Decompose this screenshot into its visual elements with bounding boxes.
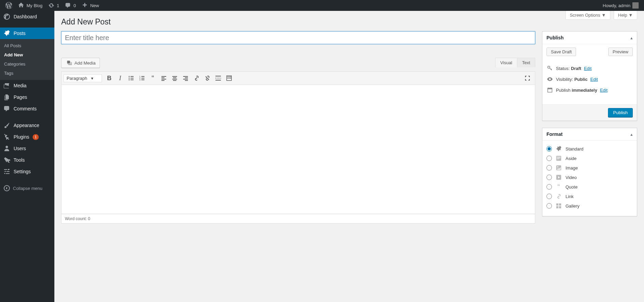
add-media-button[interactable]: Add Media [61, 58, 100, 68]
post-title-input[interactable] [61, 31, 535, 44]
comments-link[interactable]: 0 [62, 0, 79, 11]
svg-rect-21 [183, 76, 188, 77]
chevron-down-icon: ▼ [602, 13, 606, 18]
menu-tools[interactable]: Tools [0, 154, 54, 166]
toggle-format[interactable]: ▴ [630, 132, 633, 137]
menu-posts[interactable]: Posts [0, 28, 54, 39]
toolbar-toggle-button[interactable] [224, 73, 234, 83]
format-video[interactable]: Video [546, 173, 633, 182]
sub-categories[interactable]: Categories [0, 59, 54, 69]
new-link[interactable]: New [79, 0, 102, 11]
format-gallery[interactable]: Gallery [546, 201, 633, 211]
svg-rect-2 [130, 76, 134, 77]
bold-button[interactable]: B [104, 73, 115, 83]
format-aside[interactable]: Aside [546, 154, 633, 163]
svg-point-45 [557, 166, 559, 168]
align-right-button[interactable] [180, 73, 191, 83]
eye-icon [546, 76, 553, 83]
media-icon [3, 82, 10, 89]
wp-logo[interactable] [3, 0, 15, 11]
editor-status-bar: Word count: 0 [61, 214, 535, 224]
menu-plugins[interactable]: Plugins 1 [0, 131, 54, 143]
format-link[interactable]: Link [546, 192, 633, 201]
screen-options-tab[interactable]: Screen Options ▼ [565, 11, 610, 20]
menu-appearance[interactable]: Appearance [0, 120, 54, 131]
italic-button[interactable]: I [115, 73, 126, 83]
svg-point-3 [128, 78, 129, 79]
format-image[interactable]: Image [546, 163, 633, 173]
format-quote[interactable]: “Quote [546, 182, 633, 192]
page-title: Add New Post [61, 14, 637, 28]
read-more-button[interactable] [213, 73, 224, 83]
menu-comments[interactable]: Comments [0, 103, 54, 114]
brush-icon [3, 122, 10, 129]
edit-status-link[interactable]: Edit [584, 66, 591, 71]
menu-settings[interactable]: Settings [0, 166, 54, 177]
svg-rect-27 [215, 80, 221, 81]
edit-schedule-link[interactable]: Edit [600, 88, 607, 93]
link-button[interactable] [191, 73, 202, 83]
svg-rect-34 [230, 78, 231, 78]
pin-icon [3, 30, 10, 37]
menu-media[interactable]: Media [0, 80, 54, 91]
image-icon [555, 164, 562, 171]
format-standard[interactable]: Standard [546, 144, 633, 154]
video-icon [555, 174, 562, 181]
svg-rect-10 [141, 78, 144, 78]
tab-visual[interactable]: Visual [495, 58, 517, 67]
help-tab[interactable]: Help ▼ [614, 11, 637, 20]
editor-content-area[interactable] [61, 85, 535, 214]
home-icon [18, 2, 24, 9]
toggle-publish[interactable]: ▴ [630, 35, 633, 40]
format-header: Format [546, 131, 562, 137]
svg-rect-39 [551, 88, 551, 89]
editor-toolbar: Paragraph ▾ B I 123 “ [61, 71, 535, 85]
svg-rect-33 [229, 78, 230, 78]
new-label: New [90, 3, 99, 8]
main-content: Screen Options ▼ Help ▼ Add New Post Add… [54, 11, 644, 302]
quote-icon: “ [555, 183, 562, 190]
fullscreen-button[interactable] [522, 73, 533, 83]
align-left-button[interactable] [158, 73, 169, 83]
preview-button[interactable]: Preview [608, 48, 633, 56]
svg-rect-8 [141, 76, 144, 77]
blockquote-button[interactable]: “ [147, 73, 158, 83]
updates-count: 1 [57, 3, 59, 8]
numbered-list-button[interactable]: 123 [137, 73, 147, 83]
user-icon [3, 145, 10, 152]
menu-pages[interactable]: Pages [0, 91, 54, 103]
svg-rect-25 [215, 76, 221, 76]
plugins-badge: 1 [33, 134, 39, 140]
format-box: Format ▴ Standard Aside Image Video “Quo… [542, 128, 637, 216]
menu-users[interactable]: Users [0, 143, 54, 154]
site-name-link[interactable]: My Blog [15, 0, 45, 11]
screen-meta-tabs: Screen Options ▼ Help ▼ [565, 11, 637, 20]
edit-visibility-link[interactable]: Edit [590, 77, 598, 82]
svg-rect-41 [557, 157, 561, 157]
svg-rect-17 [172, 76, 177, 77]
plus-icon [81, 2, 88, 9]
collapse-label: Collapse menu [13, 186, 42, 191]
align-center-button[interactable] [169, 73, 180, 83]
pin-icon [555, 145, 562, 152]
comment-icon [3, 105, 10, 112]
tab-text[interactable]: Text [517, 58, 535, 67]
unlink-button[interactable] [202, 73, 213, 83]
comment-icon [65, 2, 71, 9]
publish-button[interactable]: Publish [608, 108, 633, 117]
account-menu[interactable]: Howdy, admin [600, 0, 641, 11]
updates-link[interactable]: 1 [45, 0, 62, 11]
sub-all-posts[interactable]: All Posts [0, 41, 54, 50]
save-draft-button[interactable]: Save Draft [546, 48, 576, 56]
svg-rect-26 [215, 78, 221, 78]
svg-rect-49 [556, 206, 558, 208]
wordpress-icon [5, 2, 12, 9]
paragraph-select[interactable]: Paragraph ▾ [64, 74, 102, 82]
sub-add-new[interactable]: Add New [0, 50, 54, 59]
sub-tags[interactable]: Tags [0, 69, 54, 78]
menu-dashboard[interactable]: Dashboard [0, 11, 54, 22]
bullet-list-button[interactable] [126, 73, 137, 83]
collapse-menu[interactable]: Collapse menu [0, 182, 54, 194]
svg-rect-13 [161, 76, 166, 77]
collapse-icon [3, 185, 10, 192]
